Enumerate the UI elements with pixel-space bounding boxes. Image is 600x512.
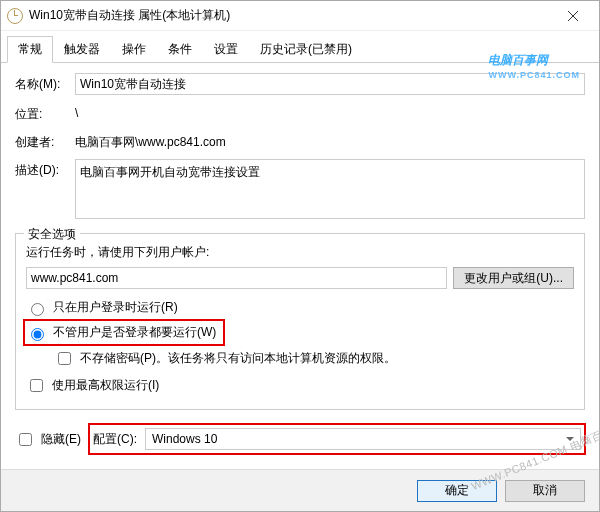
row-author: 创建者: 电脑百事网\www.pc841.com — [15, 131, 585, 151]
cancel-button[interactable]: 取消 — [505, 480, 585, 502]
close-icon — [568, 11, 578, 21]
tab-content-general: 名称(M): 位置: \ 创建者: 电脑百事网\www.pc841.com 描述… — [1, 63, 599, 469]
name-input[interactable] — [75, 73, 585, 95]
author-label: 创建者: — [15, 131, 67, 151]
configure-for-wrap: 配置(C): Windows 10 — [89, 424, 585, 454]
security-options-group: 安全选项 运行任务时，请使用下列用户帐户: 更改用户或组(U)... 只在用户登… — [15, 233, 585, 410]
tab-strip: 常规 触发器 操作 条件 设置 历史记录(已禁用) — [1, 31, 599, 63]
checkbox-no-store-password-input[interactable] — [58, 352, 71, 365]
titlebar: Win10宽带自动连接 属性(本地计算机) — [1, 1, 599, 31]
tab-actions[interactable]: 操作 — [111, 36, 157, 63]
row-name: 名称(M): — [15, 73, 585, 95]
checkbox-hidden-input[interactable] — [19, 433, 32, 446]
dialog-window: Win10宽带自动连接 属性(本地计算机) 常规 触发器 操作 条件 设置 历史… — [0, 0, 600, 512]
clock-icon — [7, 8, 23, 24]
checkbox-no-store-password-label: 不存储密码(P)。该任务将只有访问本地计算机资源的权限。 — [80, 350, 396, 367]
configure-for-label: 配置(C): — [93, 431, 137, 448]
tab-general[interactable]: 常规 — [7, 36, 53, 63]
description-input[interactable] — [75, 159, 585, 219]
location-value: \ — [75, 103, 78, 120]
description-label: 描述(D): — [15, 159, 67, 179]
radio-run-any-label: 不管用户是否登录都要运行(W) — [53, 324, 216, 341]
name-label: 名称(M): — [15, 73, 67, 93]
close-button[interactable] — [553, 2, 593, 30]
row-location: 位置: \ — [15, 103, 585, 123]
location-label: 位置: — [15, 103, 67, 123]
configure-for-select[interactable]: Windows 10 — [145, 428, 581, 450]
radio-logged-on-label: 只在用户登录时运行(R) — [53, 299, 178, 316]
tab-conditions[interactable]: 条件 — [157, 36, 203, 63]
author-value: 电脑百事网\www.pc841.com — [75, 131, 226, 151]
tab-history[interactable]: 历史记录(已禁用) — [249, 36, 363, 63]
row-description: 描述(D): — [15, 159, 585, 219]
window-title: Win10宽带自动连接 属性(本地计算机) — [29, 7, 553, 24]
radio-logged-on-input[interactable] — [31, 303, 44, 316]
bottom-row: 隐藏(E) 配置(C): Windows 10 — [15, 424, 585, 454]
account-input[interactable] — [26, 267, 447, 289]
change-user-button[interactable]: 更改用户或组(U)... — [453, 267, 574, 289]
ok-button[interactable]: 确定 — [417, 480, 497, 502]
tab-settings[interactable]: 设置 — [203, 36, 249, 63]
checkbox-highest-privileges[interactable]: 使用最高权限运行(I) — [26, 374, 574, 397]
radio-logged-on[interactable]: 只在用户登录时运行(R) — [26, 297, 574, 318]
checkbox-no-store-password[interactable]: 不存储密码(P)。该任务将只有访问本地计算机资源的权限。 — [54, 347, 574, 370]
checkbox-hidden[interactable]: 隐藏(E) — [15, 428, 81, 451]
checkbox-highest-privileges-input[interactable] — [30, 379, 43, 392]
radio-run-any[interactable]: 不管用户是否登录都要运行(W) — [26, 322, 222, 343]
radio-run-any-input[interactable] — [31, 328, 44, 341]
tab-triggers[interactable]: 触发器 — [53, 36, 111, 63]
security-group-title: 安全选项 — [24, 226, 80, 243]
checkbox-hidden-label: 隐藏(E) — [41, 431, 81, 448]
checkbox-highest-privileges-label: 使用最高权限运行(I) — [52, 377, 159, 394]
account-row: 更改用户或组(U)... — [26, 267, 574, 289]
configure-for-value: Windows 10 — [152, 432, 217, 446]
run-as-label: 运行任务时，请使用下列用户帐户: — [26, 244, 574, 261]
dialog-footer: 确定 取消 — [1, 469, 599, 511]
